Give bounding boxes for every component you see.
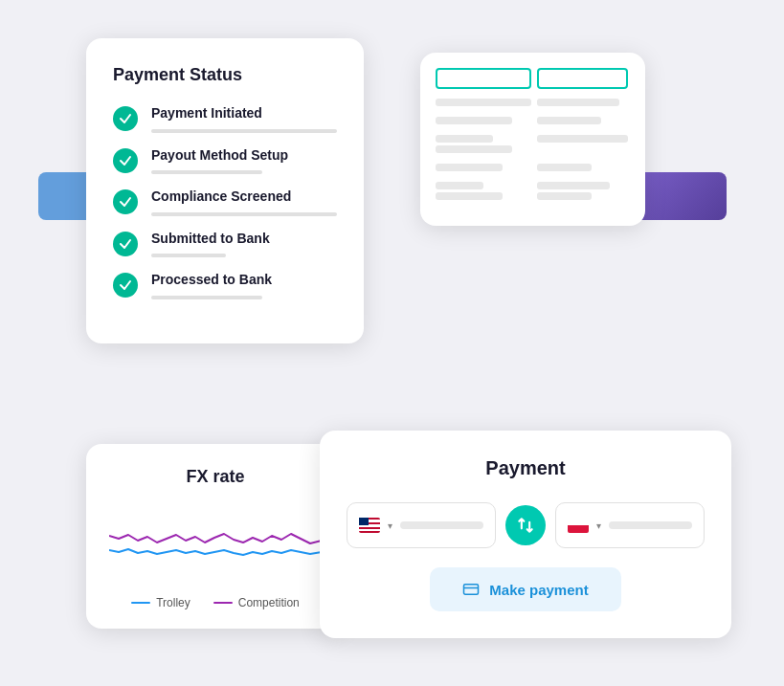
status-label: Payment Initiated <box>151 104 337 123</box>
table-header-row <box>436 68 630 89</box>
status-content: Payout Method Setup <box>151 146 337 185</box>
status-progress-bar <box>151 212 337 216</box>
table-cell-right <box>537 135 628 145</box>
status-item: Payout Method Setup <box>113 146 337 185</box>
svg-rect-0 <box>464 585 479 595</box>
table-cell-right <box>537 99 628 109</box>
chevron-down-icon: ▾ <box>596 520 601 531</box>
payment-currency-row: ▾ ▾ <box>347 502 705 548</box>
table-cell-right <box>537 164 628 174</box>
legend-label-competition: Competition <box>238 596 300 609</box>
cell-bar <box>436 99 531 106</box>
to-currency-selector[interactable]: ▾ <box>555 502 705 548</box>
cell-bar <box>436 192 503 200</box>
status-label: Submitted to Bank <box>151 230 337 249</box>
table-cell-left <box>436 164 531 174</box>
cell-bar <box>537 164 592 171</box>
status-check-icon <box>113 148 138 173</box>
us-flag-icon <box>359 518 380 533</box>
cell-bar <box>537 135 628 143</box>
cell-bar <box>537 117 601 124</box>
table-row <box>436 135 630 156</box>
make-payment-label: Make payment <box>489 582 588 598</box>
status-item: Compliance Screened <box>113 188 337 226</box>
table-card <box>420 53 645 226</box>
cell-bar <box>436 117 512 124</box>
cell-bar <box>436 164 503 171</box>
legend-trolley: Trolley <box>131 596 190 609</box>
status-check-icon <box>113 189 138 214</box>
table-header-cell-1 <box>436 68 531 89</box>
payment-icon <box>462 581 480 598</box>
table-cell-left <box>436 117 531 127</box>
currency-amount-bar <box>609 521 692 529</box>
fx-rate-card: FX rate Trolley Competition <box>86 444 345 629</box>
status-check-icon <box>113 273 138 298</box>
table-cell-right <box>537 182 628 203</box>
status-check-icon <box>113 106 138 131</box>
from-currency-selector[interactable]: ▾ <box>347 502 496 548</box>
status-content: Processed to Bank <box>151 271 337 309</box>
status-progress-bar <box>151 254 226 257</box>
payment-card-title: Payment <box>347 457 705 479</box>
status-item: Submitted to Bank <box>113 230 337 268</box>
table-cell-left <box>436 99 531 109</box>
cell-bar <box>436 135 493 143</box>
legend-line-competition <box>213 602 233 604</box>
table-row <box>436 99 630 109</box>
payment-status-title: Payment Status <box>113 65 337 85</box>
chevron-down-icon: ▾ <box>388 520 392 531</box>
pl-flag-icon <box>568 518 589 533</box>
table-cell-right <box>537 117 628 127</box>
currency-amount-bar <box>400 521 483 529</box>
status-progress-bar <box>151 296 262 299</box>
legend-label-trolley: Trolley <box>156 596 190 609</box>
status-item: Processed to Bank <box>113 271 337 309</box>
fx-rate-chart <box>109 502 322 579</box>
cell-bar <box>537 99 619 106</box>
cell-bar <box>436 182 483 189</box>
status-content: Submitted to Bank <box>151 230 337 268</box>
status-content: Payment Initiated <box>151 104 337 143</box>
status-check-icon <box>113 232 138 256</box>
cell-bar <box>537 182 610 189</box>
status-label: Processed to Bank <box>151 271 337 290</box>
status-progress-bar <box>151 129 337 133</box>
status-label: Compliance Screened <box>151 188 337 207</box>
table-row <box>436 117 630 127</box>
legend-competition: Competition <box>213 596 300 609</box>
payment-status-card: Payment Status Payment Initiated Payout … <box>86 38 364 343</box>
status-content: Compliance Screened <box>151 188 337 226</box>
status-progress-bar <box>151 170 262 174</box>
table-row <box>436 164 630 174</box>
cell-bar <box>537 192 592 200</box>
status-item: Payment Initiated <box>113 104 337 143</box>
status-label: Payout Method Setup <box>151 146 337 166</box>
fx-legend: Trolley Competition <box>109 596 322 609</box>
cell-bar <box>436 145 512 153</box>
table-header-cell-2 <box>537 68 628 89</box>
payment-card: Payment ▾ ▾ Make payment <box>320 431 731 638</box>
table-cell-left <box>436 135 531 156</box>
make-payment-button[interactable]: Make payment <box>430 567 621 611</box>
fx-rate-title: FX rate <box>109 467 322 487</box>
table-row <box>436 182 630 203</box>
legend-line-trolley <box>131 602 150 604</box>
swap-currencies-button[interactable] <box>505 505 546 545</box>
table-cell-left <box>436 182 531 203</box>
